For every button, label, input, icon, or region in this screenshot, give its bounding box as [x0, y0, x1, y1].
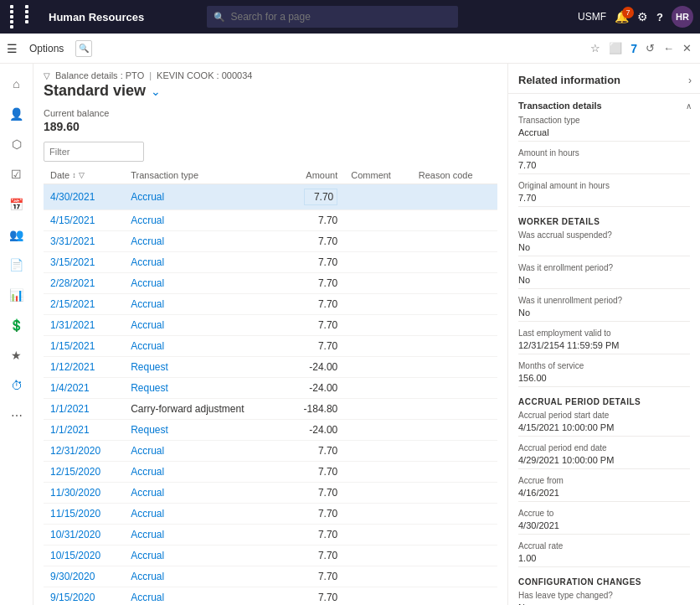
cell-date[interactable]: 9/30/2020 — [44, 566, 124, 587]
sidebar-item-calendar[interactable]: 📅 — [3, 191, 30, 218]
sidebar-item-leave[interactable]: ⏱ — [3, 372, 30, 399]
table-row[interactable]: 4/30/2021 Accrual 7.70 — [44, 184, 497, 210]
sidebar-item-org[interactable]: ⬡ — [3, 131, 30, 158]
cell-type[interactable]: Accrual — [124, 210, 284, 231]
table-row[interactable]: 9/30/2020 Accrual 7.70 — [44, 566, 497, 587]
cell-type[interactable]: Accrual — [124, 546, 284, 566]
sidebar-item-tasks[interactable]: ☑ — [3, 161, 30, 188]
cell-type[interactable]: Carry-forward adjustment — [124, 399, 284, 420]
cell-date[interactable]: 3/31/2021 — [44, 231, 124, 252]
table-row[interactable]: 4/15/2021 Accrual 7.70 — [44, 210, 497, 231]
table-row[interactable]: 12/15/2020 Accrual 7.70 — [44, 462, 497, 483]
cell-type[interactable]: Accrual — [124, 504, 284, 525]
cell-date[interactable]: 1/1/2021 — [44, 399, 124, 420]
hamburger-icon[interactable]: ☰ — [7, 42, 18, 55]
cell-type[interactable]: Accrual — [124, 336, 284, 357]
filter-input[interactable] — [44, 142, 144, 162]
cell-type[interactable]: Accrual — [124, 525, 284, 546]
table-row[interactable]: 2/28/2021 Accrual 7.70 — [44, 273, 497, 294]
table-row[interactable]: 12/31/2020 Accrual 7.70 — [44, 441, 497, 462]
table-row[interactable]: 1/15/2021 Accrual 7.70 — [44, 336, 497, 357]
cell-date[interactable]: 4/30/2021 — [44, 184, 124, 210]
cell-reason — [412, 252, 497, 273]
view-chevron-icon[interactable]: ⌄ — [151, 85, 161, 98]
table-row[interactable]: 1/31/2021 Accrual 7.70 — [44, 315, 497, 336]
cell-date[interactable]: 9/15/2020 — [44, 587, 124, 606]
sidebar-item-worker[interactable]: 👤 — [3, 101, 30, 127]
sidebar-item-teams[interactable]: 👥 — [3, 221, 30, 248]
amount-hours-field: Amount in hours 7.70 — [508, 147, 700, 179]
cell-date[interactable]: 10/15/2020 — [44, 546, 124, 566]
cell-date[interactable]: 1/15/2021 — [44, 336, 124, 357]
sidebar-item-benefits[interactable]: ★ — [3, 342, 30, 369]
sidebar-item-documents[interactable]: 📄 — [3, 251, 30, 278]
cell-type[interactable]: Accrual — [124, 294, 284, 315]
search-input[interactable] — [230, 11, 451, 23]
cell-date[interactable]: 4/15/2021 — [44, 210, 124, 231]
cell-type[interactable]: Accrual — [124, 231, 284, 252]
notification-icon[interactable]: 7 — [629, 40, 639, 57]
app-grid-icon[interactable] — [7, 2, 42, 32]
table-row[interactable]: 10/31/2020 Accrual 7.70 — [44, 525, 497, 546]
avatar[interactable]: HR — [672, 6, 693, 28]
cell-type[interactable]: Request — [124, 378, 284, 399]
table-row[interactable]: 3/31/2021 Accrual 7.70 — [44, 231, 497, 252]
help-icon[interactable]: ? — [656, 11, 663, 23]
sidebar-item-compensation[interactable]: 💲 — [3, 312, 30, 339]
nav-search-icon[interactable]: 🔍 — [75, 40, 92, 57]
cell-type[interactable]: Accrual — [124, 441, 284, 462]
cell-reason — [412, 525, 497, 546]
table-row[interactable]: 3/15/2021 Accrual 7.70 — [44, 252, 497, 273]
options-button[interactable]: Options — [24, 39, 69, 58]
table-row[interactable]: 1/1/2021 Carry-forward adjustment -184.8… — [44, 399, 497, 420]
cell-reason — [412, 546, 497, 566]
cell-date[interactable]: 12/31/2020 — [44, 441, 124, 462]
table-row[interactable]: 1/4/2021 Request -24.00 — [44, 378, 497, 399]
global-search-box[interactable]: 🔍 — [207, 6, 458, 28]
cell-reason — [412, 273, 497, 294]
cell-type[interactable]: Request — [124, 357, 284, 378]
cell-date[interactable]: 1/4/2021 — [44, 378, 124, 399]
table-row[interactable]: 1/12/2021 Request -24.00 — [44, 357, 497, 378]
cell-date[interactable]: 12/15/2020 — [44, 462, 124, 483]
cell-type[interactable]: Request — [124, 420, 284, 441]
cell-date[interactable]: 2/28/2021 — [44, 273, 124, 294]
cell-type[interactable]: Accrual — [124, 315, 284, 336]
table-row[interactable]: 10/15/2020 Accrual 7.70 — [44, 546, 497, 566]
cell-date[interactable]: 10/31/2020 — [44, 525, 124, 546]
cell-date[interactable]: 1/31/2021 — [44, 315, 124, 336]
settings-icon[interactable]: ⚙ — [637, 10, 648, 23]
sidebar-item-more[interactable]: ⋯ — [3, 402, 30, 429]
table-container[interactable]: Date ↕ ▽ Transaction type Amount Comment… — [33, 167, 507, 605]
table-row[interactable]: 11/30/2020 Accrual 7.70 — [44, 483, 497, 504]
cell-date[interactable]: 3/15/2021 — [44, 252, 124, 273]
sidebar-item-home[interactable]: ⌂ — [3, 70, 30, 97]
cell-date[interactable]: 11/15/2020 — [44, 504, 124, 525]
refresh-icon[interactable]: ↺ — [644, 40, 656, 56]
table-row[interactable]: 1/1/2021 Request -24.00 — [44, 420, 497, 441]
cell-type[interactable]: Accrual — [124, 273, 284, 294]
cell-type[interactable]: Accrual — [124, 462, 284, 483]
cell-type[interactable]: Accrual — [124, 566, 284, 587]
section-collapse-icon[interactable]: ∧ — [686, 101, 692, 111]
cell-date[interactable]: 1/12/2021 — [44, 357, 124, 378]
cell-type[interactable]: Accrual — [124, 252, 284, 273]
close-icon[interactable]: ✕ — [681, 40, 693, 56]
sidebar-item-analytics[interactable]: 📊 — [3, 282, 30, 308]
cell-type[interactable]: Accrual — [124, 587, 284, 606]
favorite-icon[interactable]: ☆ — [589, 40, 602, 56]
table-row[interactable]: 2/15/2021 Accrual 7.70 — [44, 294, 497, 315]
cell-type[interactable]: Accrual — [124, 184, 284, 210]
share-icon[interactable]: ⬜ — [607, 40, 624, 56]
breadcrumb-part1: Balance details : PTO — [55, 70, 144, 80]
panel-close-icon[interactable]: › — [688, 75, 692, 86]
table-row[interactable]: 9/15/2020 Accrual 7.70 — [44, 587, 497, 606]
back-icon[interactable]: ← — [661, 40, 676, 56]
cell-date[interactable]: 2/15/2021 — [44, 294, 124, 315]
accrual-end-date-value: 4/29/2021 10:00:00 PM — [518, 453, 690, 469]
notification-badge[interactable]: 🔔 7 — [615, 10, 629, 23]
cell-date[interactable]: 11/30/2020 — [44, 483, 124, 504]
cell-date[interactable]: 1/1/2021 — [44, 420, 124, 441]
table-row[interactable]: 11/15/2020 Accrual 7.70 — [44, 504, 497, 525]
cell-type[interactable]: Accrual — [124, 483, 284, 504]
